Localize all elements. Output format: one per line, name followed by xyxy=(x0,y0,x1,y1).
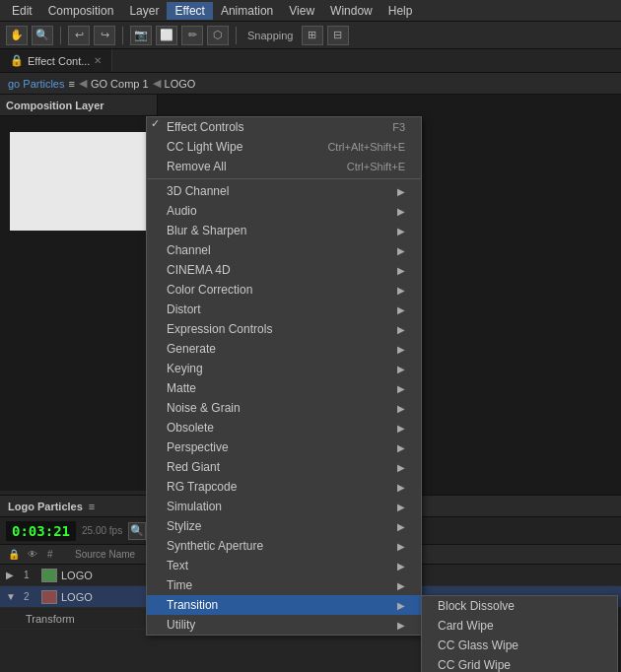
effect-item-cc-light-wipe-label: CC Light Wipe xyxy=(167,140,242,154)
toolbar-sep-3 xyxy=(236,27,237,44)
layer2-thumb xyxy=(41,590,57,604)
menu-bar: Edit Composition Layer Effect Animation … xyxy=(0,0,621,22)
layer1-num: 1 xyxy=(24,570,37,580)
effect-item-transition[interactable]: Transition Block Dissolve Card Wipe CC G… xyxy=(147,595,421,615)
col-lock: 🔒 xyxy=(8,549,28,560)
breadcrumb: go Particles ≡ ◀ GO Comp 1 ◀ LOGO xyxy=(0,73,621,95)
breadcrumb-sep2: ◀ xyxy=(153,77,161,90)
canvas-area xyxy=(0,116,157,491)
tool-4[interactable]: ✏ xyxy=(181,26,203,45)
snapping-label: Snapping xyxy=(243,30,298,41)
effect-item-time[interactable]: Time xyxy=(147,575,421,595)
breadcrumb-icon: ≡ xyxy=(68,78,74,90)
timeline-comp-name: Logo Particles xyxy=(8,501,83,512)
left-panel-title: Composition Layer xyxy=(6,100,104,111)
tab-effect-controls[interactable]: 🔒 Effect Cont... ✕ xyxy=(0,49,112,72)
effect-item-audio[interactable]: Audio xyxy=(147,201,421,221)
tab-label: Effect Cont... xyxy=(28,55,90,67)
breadcrumb-sep1: ◀ xyxy=(79,77,87,90)
submenu-card-wipe[interactable]: Card Wipe xyxy=(422,616,617,636)
effect-item-channel[interactable]: Channel xyxy=(147,240,421,260)
menu-animation[interactable]: Animation xyxy=(213,2,281,20)
layer2-num: 2 xyxy=(24,591,37,602)
submenu-cc-grid-wipe[interactable]: CC Grid Wipe xyxy=(422,655,617,672)
layer2-name: LOGO xyxy=(61,591,93,603)
effect-item-cc-light-wipe-shortcut: Ctrl+Alt+Shift+E xyxy=(327,141,405,153)
tab-lock-icon: 🔒 xyxy=(10,54,24,67)
effect-item-utility[interactable]: Utility xyxy=(147,615,421,635)
camera-tool[interactable]: 📷 xyxy=(130,26,152,45)
effect-item-keying[interactable]: Keying xyxy=(147,359,421,378)
menu-effect[interactable]: Effect xyxy=(167,2,212,20)
undo-btn[interactable]: ↩ xyxy=(68,26,90,45)
effect-item-controls-shortcut: F3 xyxy=(392,121,405,133)
effect-item-distort[interactable]: Distort xyxy=(147,300,421,319)
effect-item-controls-label: Effect Controls xyxy=(167,120,243,134)
col-eye: 👁 xyxy=(28,549,47,560)
effect-sep-1 xyxy=(147,178,421,179)
toolbar-sep-2 xyxy=(122,27,123,44)
menu-edit[interactable]: Edit xyxy=(4,2,40,20)
effect-item-3d-channel[interactable]: 3D Channel xyxy=(147,181,421,201)
effect-item-cc-light-wipe[interactable]: CC Light Wipe Ctrl+Alt+Shift+E xyxy=(147,137,421,157)
effect-item-cinema4d[interactable]: CINEMA 4D xyxy=(147,260,421,280)
redo-btn[interactable]: ↪ xyxy=(94,26,115,45)
effect-item-remove-all[interactable]: Remove All Ctrl+Shift+E xyxy=(147,157,421,176)
checkmark-icon: ✓ xyxy=(151,117,160,130)
effect-item-generate[interactable]: Generate xyxy=(147,339,421,359)
effect-item-text[interactable]: Text xyxy=(147,556,421,575)
col-source: Source Name xyxy=(75,549,135,560)
tab-close[interactable]: ✕ xyxy=(94,55,102,66)
effect-item-stylize[interactable]: Stylize xyxy=(147,516,421,536)
zoom-tool[interactable]: 🔍 xyxy=(32,26,53,45)
layer1-thumb xyxy=(41,569,57,582)
layer1-name: LOGO xyxy=(61,570,93,581)
submenu-block-dissolve[interactable]: Block Dissolve xyxy=(422,596,617,616)
main-toolbar: ✋ 🔍 ↩ ↪ 📷 ⬜ ✏ ⬡ Snapping ⊞ ⊟ xyxy=(0,22,621,49)
snap-option[interactable]: ⊟ xyxy=(327,26,349,45)
effect-item-controls[interactable]: Effect Controls F3 xyxy=(147,117,421,137)
menu-layer[interactable]: Layer xyxy=(121,2,167,20)
hand-tool[interactable]: ✋ xyxy=(6,26,28,45)
effect-item-remove-all-shortcut: Ctrl+Shift+E xyxy=(347,161,405,172)
submenu-cc-glass-wipe[interactable]: CC Glass Wipe xyxy=(422,636,617,655)
menu-window[interactable]: Window xyxy=(322,2,380,20)
tab-bar: 🔒 Effect Cont... ✕ xyxy=(0,49,621,73)
transition-submenu: Block Dissolve Card Wipe CC Glass Wipe C… xyxy=(421,595,618,672)
tool-3[interactable]: ⬜ xyxy=(156,26,177,45)
effect-item-matte[interactable]: Matte xyxy=(147,378,421,398)
left-panel-header: Composition Layer xyxy=(0,95,157,116)
snap-toggle[interactable]: ⊞ xyxy=(302,26,323,45)
search-btn[interactable]: 🔍 xyxy=(128,522,146,540)
effect-item-remove-all-label: Remove All xyxy=(167,160,227,173)
menu-composition[interactable]: Composition xyxy=(40,2,122,20)
fps-display: 25.00 fps xyxy=(82,525,122,536)
col-num: # xyxy=(47,549,67,560)
effect-item-synthetic[interactable]: Synthetic Aperture xyxy=(147,536,421,556)
effect-item-simulation[interactable]: Simulation xyxy=(147,497,421,516)
breadcrumb-comp: go Particles xyxy=(8,78,64,90)
timeline-comp-icon: ≡ xyxy=(89,501,95,512)
toolbar-sep-1 xyxy=(60,27,61,44)
effect-dropdown: ✓ Effect Controls F3 CC Light Wipe Ctrl+… xyxy=(146,116,422,636)
effect-item-rg-trapcode[interactable]: RG Trapcode xyxy=(147,477,421,497)
canvas-preview xyxy=(10,132,148,231)
time-display[interactable]: 0:03:21 xyxy=(6,521,76,541)
transform-label: Transform xyxy=(26,613,75,625)
effect-item-blur[interactable]: Blur & Sharpen xyxy=(147,221,421,240)
menu-view[interactable]: View xyxy=(281,2,322,20)
effect-item-perspective[interactable]: Perspective xyxy=(147,437,421,457)
breadcrumb-logo: LOGO xyxy=(165,78,196,90)
effect-item-color-correction[interactable]: Color Correction xyxy=(147,280,421,300)
effect-item-noise[interactable]: Noise & Grain xyxy=(147,398,421,418)
menu-help[interactable]: Help xyxy=(380,2,421,20)
tool-5[interactable]: ⬡ xyxy=(207,26,229,45)
effect-item-obsolete[interactable]: Obsolete xyxy=(147,418,421,437)
breadcrumb-gocomp: GO Comp 1 xyxy=(91,78,149,90)
layer2-expand: ▼ xyxy=(6,591,20,602)
effect-item-expression[interactable]: Expression Controls xyxy=(147,319,421,339)
layer1-expand: ▶ xyxy=(6,570,20,580)
effect-item-controls-wrapper: ✓ Effect Controls F3 xyxy=(147,117,421,137)
effect-item-red-giant[interactable]: Red Giant xyxy=(147,457,421,477)
